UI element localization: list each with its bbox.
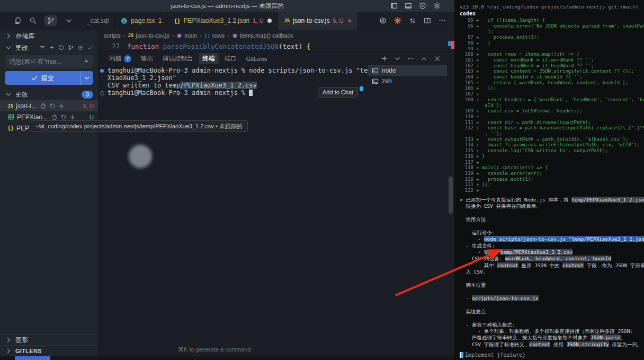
diff-line-number: 121 <box>460 182 473 188</box>
close-icon[interactable]: × <box>348 17 352 25</box>
chevron-down-icon[interactable] <box>65 17 73 24</box>
source-control-button[interactable] <box>44 15 57 26</box>
open-file-icon[interactable] <box>51 114 58 120</box>
panel-tabs: 问题7输出调试控制台终端端口GitLens <box>99 52 454 65</box>
starburst-icon[interactable] <box>394 17 401 24</box>
changes-section-label: 更改 <box>15 90 28 99</box>
terminal-mark <box>360 86 363 91</box>
command-decoration-icon <box>100 69 104 73</box>
breadcrumb-item[interactable]: items.map() callback <box>232 32 293 39</box>
summary-line <box>460 288 644 295</box>
more-actions-icon[interactable] <box>407 55 414 62</box>
open-file-icon[interactable] <box>40 103 47 109</box>
stage-changes-icon[interactable] <box>58 103 65 109</box>
summary-text: - 兼容三种输入格式: <box>460 322 515 328</box>
branch-icon[interactable] <box>68 45 74 51</box>
panel-tab-端口[interactable]: 端口 <box>220 53 241 64</box>
diff-line-number <box>460 29 473 34</box>
toggle-sidebar-icon[interactable] <box>390 2 398 10</box>
breadcrumb-item[interactable]: rows <box>204 32 225 39</box>
maximize-panel-icon[interactable] <box>421 55 427 62</box>
diff-line-number: 118 <box>460 165 473 171</box>
diff-line-number: 100 <box>460 51 473 57</box>
breadcrumb-label: items.map() callback <box>240 32 293 39</box>
repo-section-header[interactable]: 存储库 <box>0 30 98 42</box>
codex-input-line[interactable]: Implement {feature} <box>460 352 644 358</box>
diff-plus: + <box>473 17 482 23</box>
stage-changes-icon[interactable] <box>69 114 76 120</box>
circle-dot-icon[interactable] <box>77 45 84 51</box>
diff-plus: + <box>473 188 482 194</box>
diff-line: 102+ const headWord = it.headWord ?? ''; <box>460 63 644 69</box>
panel-tab-调试控制台[interactable]: 调试控制台 <box>158 53 198 64</box>
breadcrumb-item[interactable]: main <box>176 32 197 39</box>
react-file-icon <box>121 17 128 24</box>
diff-plus: + <box>473 108 482 114</box>
terminal-session-zsh[interactable]: zsh <box>368 76 447 86</box>
gitlens-section-header[interactable]: GITLENS <box>0 345 98 356</box>
diff-line-number: 107 <box>460 91 473 97</box>
more-actions-icon[interactable] <box>439 17 446 24</box>
add-to-chat-tooltip[interactable]: Add to Chat <box>318 87 358 98</box>
breadcrumb-separator: › <box>123 32 126 39</box>
summary-text-highlight: node scripts/json-to-csv.js "temp/PEPXia… <box>484 236 644 242</box>
diff-line-number: 112 <box>460 125 473 131</box>
summary-line: 脚本位置 <box>460 282 644 288</box>
sparkle-icon[interactable] <box>49 45 55 51</box>
panel-tab-gitlens[interactable]: GitLens <box>242 54 272 64</box>
diff-code: ); <box>482 29 494 34</box>
copy-pages-icon[interactable] <box>14 17 21 24</box>
commit-message-input[interactable] <box>5 55 93 68</box>
git-compare-icon[interactable] <box>409 17 416 24</box>
commit-button-main[interactable]: 提交 <box>5 71 80 85</box>
diff-line: 118+main().catch((err) => { <box>460 165 644 171</box>
breadcrumb-item[interactable]: scripts <box>104 32 121 39</box>
scrollbar-thumb[interactable] <box>449 177 453 214</box>
tab-page-tsx[interactable]: page.tsx1 <box>115 12 168 30</box>
sparkle-icon[interactable] <box>83 58 90 65</box>
panel-tab-输出[interactable]: 输出 <box>137 53 157 64</box>
table-file-icon <box>7 113 14 120</box>
commit-check-icon[interactable] <box>87 45 93 51</box>
gear-icon[interactable] <box>433 2 441 10</box>
split-editor-icon[interactable] <box>424 17 431 24</box>
json-file-icon: {} <box>174 18 180 24</box>
summary-line <box>460 210 644 216</box>
discard-changes-icon[interactable] <box>60 114 67 120</box>
panel-tab-终端[interactable]: 终端 <box>199 53 219 64</box>
breadcrumb-item[interactable]: JSjson-to-csv.js <box>128 32 169 39</box>
view-list-icon[interactable] <box>39 45 46 51</box>
breadcrumb[interactable]: scripts›JSjson-to-csv.js›main›rows›items… <box>99 30 454 41</box>
panel-tab-问题[interactable]: 问题7 <box>105 53 136 64</box>
graph-section-header[interactable]: 图形 <box>0 334 98 345</box>
changes-section-header[interactable]: 更改 3 <box>0 89 98 100</box>
tab-pepxiaoxue3-1-2-json[interactable]: {}PEPXiaoXue3_1 2.json1, U <box>168 12 278 30</box>
status-bar <box>0 356 454 360</box>
toggle-panel-icon[interactable] <box>405 2 412 10</box>
editor-actions <box>379 12 454 30</box>
tab--cat-sql[interactable]: _cat.sql <box>81 12 115 30</box>
commit-dropdown[interactable] <box>80 71 93 85</box>
summary-line: - 单个对象、对象数组、多个根对象直接拼接（示例这种多段 JSON） <box>460 328 644 335</box>
terminal-dropdown-icon[interactable] <box>394 55 401 62</box>
terminal-view[interactable]: tanghui@MacBook-Pro-3 admin-nextjs % nod… <box>99 65 368 356</box>
tab-label: _cat.sql <box>87 17 109 24</box>
file-row[interactable]: JSjson-t...5, U <box>0 100 98 111</box>
changes-header[interactable]: 更改 <box>0 42 98 54</box>
diff-code: const dir = path.dirname(inputPath); <box>482 120 591 126</box>
search-icon[interactable] <box>29 17 37 24</box>
diff-line: 97+ process.exit(1); <box>460 34 644 40</box>
commit-button[interactable]: 提交 <box>5 71 93 85</box>
diff-code: const headWord = it.headWord ?? ''; <box>482 63 594 69</box>
screenshot-root: json-to-csv.js — admin-nextjs — 未跟踪的 _ca… <box>0 0 644 360</box>
summary-line: 入 CSV。 <box>460 269 644 275</box>
diff-code: const wordRank = it.wordRank ?? ''; <box>482 57 594 63</box>
terminal-session-node[interactable]: node <box>368 65 447 76</box>
chatgpt-icon[interactable] <box>379 17 387 24</box>
discard-changes-icon[interactable] <box>49 103 56 109</box>
shield-play-icon[interactable] <box>419 2 426 10</box>
new-terminal-icon[interactable] <box>381 55 388 62</box>
tab-json-to-csv-js[interactable]: JSjson-to-csv.js5, U× <box>278 12 358 30</box>
close-panel-icon[interactable] <box>434 55 441 62</box>
discard-all-icon[interactable] <box>58 45 65 51</box>
